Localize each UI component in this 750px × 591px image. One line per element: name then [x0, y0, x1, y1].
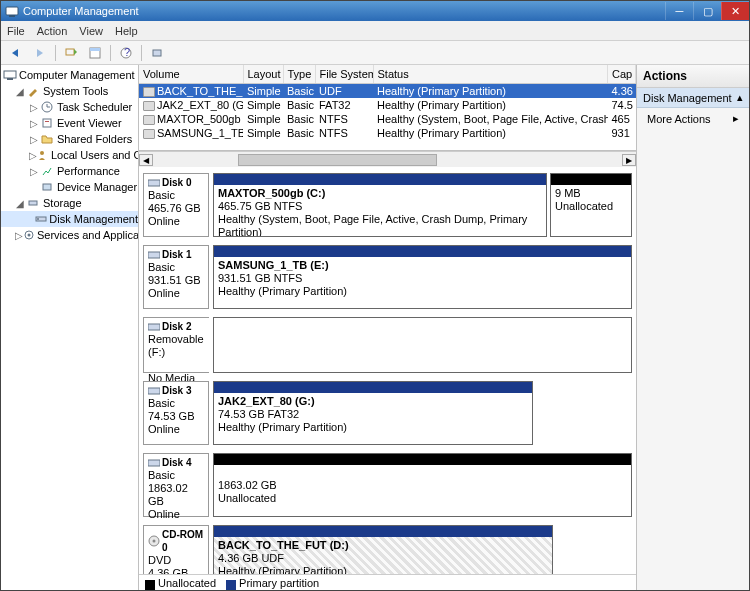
svg-rect-23	[148, 388, 160, 394]
svg-rect-4	[90, 48, 100, 51]
tree-local-users[interactable]: ▷Local Users and Groups	[1, 147, 138, 163]
tree-services[interactable]: ▷Services and Applications	[1, 227, 138, 243]
tools-icon	[25, 84, 41, 98]
partition-d[interactable]: BACK_TO_THE_FUT (D:)4.36 GB UDFHealthy (…	[213, 525, 553, 574]
forward-button[interactable]	[29, 43, 51, 63]
disk-graphic-view[interactable]: Disk 0 Basic465.76 GBOnline MAXTOR_500gb…	[139, 167, 636, 574]
volume-list[interactable]: Volume Layout Type File System Status Ca…	[139, 65, 636, 151]
tree-event-viewer[interactable]: ▷Event Viewer	[1, 115, 138, 131]
svg-rect-15	[29, 201, 37, 205]
volume-row[interactable]: BACK_TO_THE_FUT (D:)SimpleBasicUDFHealth…	[139, 83, 636, 98]
menu-bar: File Action View Help	[1, 21, 749, 41]
menu-action[interactable]: Action	[37, 25, 68, 37]
back-button[interactable]	[5, 43, 27, 63]
more-actions[interactable]: More Actions▸	[637, 108, 749, 129]
col-layout[interactable]: Layout	[243, 65, 283, 83]
refresh-button[interactable]	[60, 43, 82, 63]
svg-rect-9	[7, 78, 13, 80]
collapse-icon[interactable]: ◢	[15, 86, 25, 97]
tree-root[interactable]: Computer Management (Local	[1, 67, 138, 83]
disk-row-0[interactable]: Disk 0 Basic465.76 GBOnline MAXTOR_500gb…	[143, 173, 632, 237]
scroll-left-icon[interactable]: ◀	[139, 154, 153, 166]
maximize-button[interactable]: ▢	[693, 2, 721, 20]
properties-button[interactable]	[84, 43, 106, 63]
volume-icon	[143, 129, 155, 139]
clock-icon	[39, 100, 55, 114]
help-button[interactable]: ?	[115, 43, 137, 63]
menu-file[interactable]: File	[7, 25, 25, 37]
title-bar: Computer Management ─ ▢ ✕	[1, 1, 749, 21]
disk-info: Disk 0 Basic465.76 GBOnline	[143, 173, 209, 237]
expand-icon[interactable]: ▷	[29, 118, 39, 129]
partition-stripe	[214, 454, 631, 465]
svg-rect-12	[45, 121, 49, 122]
menu-view[interactable]: View	[79, 25, 103, 37]
expand-icon[interactable]: ▷	[29, 150, 37, 161]
volume-row[interactable]: SAMSUNG_1_TB (E:)SimpleBasicNTFSHealthy …	[139, 126, 636, 140]
disk-icon	[148, 386, 160, 396]
svg-rect-1	[9, 15, 15, 17]
center-pane: Volume Layout Type File System Status Ca…	[139, 65, 637, 591]
disk-info: CD-ROM 0 DVD4.36 GBOnline	[143, 525, 209, 574]
expand-icon[interactable]: ▷	[15, 230, 23, 241]
partition-stripe	[551, 174, 631, 185]
svg-point-17	[37, 218, 39, 220]
disk-info: Disk 4 Basic1863.02 GBOnline	[143, 453, 209, 517]
partition-empty[interactable]	[213, 317, 632, 373]
col-type[interactable]: Type	[283, 65, 315, 83]
disk-row-4[interactable]: Disk 4 Basic1863.02 GBOnline 1863.02 GBU…	[143, 453, 632, 517]
actions-pane: Actions Disk Management▴ More Actions▸	[637, 65, 749, 591]
tree-storage[interactable]: ◢Storage	[1, 195, 138, 211]
partition-g[interactable]: JAK2_EXT_80 (G:)74.53 GB FAT32Healthy (P…	[213, 381, 533, 445]
partition-unallocated[interactable]: 9 MBUnallocated	[550, 173, 632, 237]
tree-shared-folders[interactable]: ▷Shared Folders	[1, 131, 138, 147]
tree-task-scheduler[interactable]: ▷Task Scheduler	[1, 99, 138, 115]
volume-row[interactable]: JAK2_EXT_80 (G:)SimpleBasicFAT32Healthy …	[139, 98, 636, 112]
col-capacity[interactable]: Cap	[608, 65, 636, 83]
svg-rect-22	[148, 324, 160, 330]
expand-icon[interactable]: ▷	[29, 134, 39, 145]
disk-row-2[interactable]: Disk 2 Removable (F:)No Media	[143, 317, 632, 373]
svg-rect-21	[148, 252, 160, 258]
collapse-icon[interactable]: ◢	[15, 198, 25, 209]
tree-system-tools[interactable]: ◢System Tools	[1, 83, 138, 99]
disk-row-1[interactable]: Disk 1 Basic931.51 GBOnline SAMSUNG_1_TB…	[143, 245, 632, 309]
disk-info: Disk 1 Basic931.51 GBOnline	[143, 245, 209, 309]
disk-info: Disk 3 Basic74.53 GBOnline	[143, 381, 209, 445]
expand-icon[interactable]: ▷	[29, 166, 39, 177]
toolbar-divider	[141, 45, 142, 61]
disk-row-3[interactable]: Disk 3 Basic74.53 GBOnline JAK2_EXT_80 (…	[143, 381, 632, 445]
partition-c[interactable]: MAXTOR_500gb (C:)465.75 GB NTFSHealthy (…	[213, 173, 547, 237]
disk-row-cdrom[interactable]: CD-ROM 0 DVD4.36 GBOnline BACK_TO_THE_FU…	[143, 525, 632, 574]
scroll-right-icon[interactable]: ▶	[622, 154, 636, 166]
legend-unallocated-swatch	[145, 580, 155, 590]
perf-icon	[39, 164, 55, 178]
volume-row[interactable]: MAXTOR_500gb (C:)SimpleBasicNTFSHealthy …	[139, 112, 636, 126]
svg-rect-7	[153, 50, 161, 56]
svg-rect-20	[148, 180, 160, 186]
col-volume[interactable]: Volume	[139, 65, 243, 83]
menu-help[interactable]: Help	[115, 25, 138, 37]
expand-icon[interactable]: ▷	[29, 102, 39, 113]
volume-list-scrollbar[interactable]: ◀ ▶	[139, 151, 636, 167]
tree-disk-management[interactable]: Disk Management	[1, 211, 138, 227]
scroll-thumb[interactable]	[238, 154, 437, 166]
partition-stripe	[214, 526, 552, 537]
minimize-button[interactable]: ─	[665, 2, 693, 20]
partition-stripe	[214, 382, 532, 393]
svg-rect-24	[148, 460, 160, 466]
navigation-tree[interactable]: Computer Management (Local ◢System Tools…	[1, 65, 139, 591]
partition-e[interactable]: SAMSUNG_1_TB (E:)931.51 GB NTFSHealthy (…	[213, 245, 632, 309]
actions-context[interactable]: Disk Management▴	[637, 88, 749, 108]
svg-rect-0	[6, 7, 18, 15]
tree-performance[interactable]: ▷Performance	[1, 163, 138, 179]
partition-unallocated[interactable]: 1863.02 GBUnallocated	[213, 453, 632, 517]
event-icon	[39, 116, 55, 130]
settings-button[interactable]	[146, 43, 168, 63]
close-button[interactable]: ✕	[721, 2, 749, 20]
chevron-right-icon: ▸	[733, 112, 739, 125]
actions-header: Actions	[637, 65, 749, 88]
col-filesystem[interactable]: File System	[315, 65, 373, 83]
col-status[interactable]: Status	[373, 65, 608, 83]
tree-device-manager[interactable]: Device Manager	[1, 179, 138, 195]
